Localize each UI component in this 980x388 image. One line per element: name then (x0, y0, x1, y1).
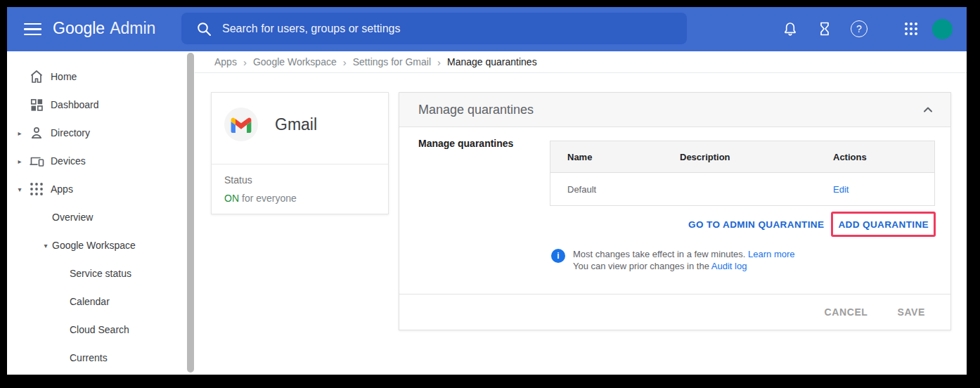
panel-title: Manage quarantines (418, 103, 920, 117)
gmail-service-card[interactable]: Gmail Status ONfor everyone (211, 92, 389, 214)
sidebar-item-currents[interactable]: Currents (7, 344, 187, 372)
breadcrumb: Apps › Google Workspace › Settings for G… (195, 51, 967, 73)
search-bar[interactable] (181, 13, 687, 44)
chevron-right-icon: › (243, 56, 247, 68)
help-glyph: ? (856, 23, 862, 34)
status-value: ONfor everyone (224, 193, 297, 204)
breadcrumb-google-workspace[interactable]: Google Workspace (253, 56, 337, 67)
table-header-row: Name Description Actions (550, 141, 934, 173)
edit-link[interactable]: Edit (833, 184, 849, 195)
menu-hamburger-icon[interactable] (24, 20, 41, 38)
apps-grid-icon[interactable] (903, 20, 920, 37)
status-on-badge: ON (224, 193, 239, 204)
sidebar-item-label: Google Workspace (52, 240, 136, 251)
apps-grid-icon (28, 181, 45, 198)
panel-footer: CANCEL SAVE (399, 294, 950, 330)
tasks-hourglass-icon[interactable] (816, 20, 833, 37)
sidebar-item-label: Apps (51, 183, 73, 195)
chevron-right-icon[interactable]: ▸ (15, 129, 24, 137)
sidebar-item-label: Devices (51, 155, 86, 167)
service-title: Gmail (275, 115, 317, 134)
info-line2: You can view prior changes in the (573, 261, 709, 271)
chevron-up-icon[interactable] (920, 101, 936, 118)
account-avatar[interactable] (932, 19, 953, 39)
person-icon (28, 124, 45, 141)
panel-header[interactable]: Manage quarantines (399, 93, 950, 127)
info-note: i Most changes take effect in a few minu… (551, 248, 795, 272)
go-to-admin-quarantine-button[interactable]: GO TO ADMIN QUARANTINE (688, 219, 824, 230)
status-scope: for everyone (242, 193, 297, 204)
sidebar-item-apps[interactable]: ▾ Apps (7, 175, 187, 203)
status-label: Status (224, 174, 252, 186)
sidebar-item-label: Service status (70, 268, 131, 279)
chevron-down-icon[interactable]: ▾ (15, 186, 24, 193)
sidebar-item-devices[interactable]: ▸ Devices (7, 147, 187, 175)
quarantine-name: Default (550, 184, 663, 195)
app-logo: GoogleAdmin (53, 19, 155, 38)
info-text: Most changes take effect in a few minute… (573, 248, 795, 272)
sidebar-item-cloud-search[interactable]: Cloud Search (7, 316, 187, 344)
section-label: Manage quarantines (418, 138, 513, 149)
save-button[interactable]: SAVE (898, 306, 926, 318)
learn-more-link[interactable]: Learn more (748, 249, 794, 259)
sidebar-item-home[interactable]: Home (7, 63, 187, 91)
column-header-name: Name (550, 152, 663, 162)
chevron-right-icon[interactable]: ▸ (15, 157, 24, 165)
quarantines-table: Name Description Actions Default Edit (550, 141, 935, 206)
dashboard-icon (28, 96, 45, 113)
sidebar-item-label: Calendar (70, 296, 110, 307)
sidebar-item-dashboard[interactable]: Dashboard (7, 91, 187, 119)
chevron-down-icon[interactable]: ▾ (41, 242, 50, 250)
sidebar-item-label: Currents (70, 352, 108, 363)
home-icon (28, 68, 45, 85)
topbar: GoogleAdmin ? (7, 7, 967, 51)
info-line1: Most changes take effect in a few minute… (573, 249, 745, 259)
breadcrumb-current: Manage quarantines (447, 56, 537, 67)
sidebar-item-calendar[interactable]: Calendar (7, 287, 187, 316)
chevron-right-icon: › (437, 56, 441, 68)
sidebar-item-label: Dashboard (51, 99, 99, 110)
sidebar-item-service-status[interactable]: Service status (7, 259, 187, 287)
audit-log-link[interactable]: Audit log (711, 261, 747, 271)
scrollbar-thumb[interactable] (187, 53, 194, 373)
help-icon[interactable]: ? (851, 20, 868, 37)
sidebar-item-label: Directory (51, 127, 90, 138)
table-row: Default Edit (550, 173, 934, 205)
sidebar-item-label: Cloud Search (70, 324, 129, 335)
search-icon (195, 20, 212, 37)
sidebar-item-label: Home (51, 71, 77, 82)
cancel-button[interactable]: CANCEL (825, 306, 868, 318)
sidebar-nav: Home Dashboard ▸ Directory ▸ Devices (7, 51, 187, 375)
breadcrumb-settings-for-gmail[interactable]: Settings for Gmail (353, 56, 431, 67)
sidebar-item-google-workspace[interactable]: ▾ Google Workspace (7, 231, 187, 259)
breadcrumb-apps[interactable]: Apps (214, 56, 237, 67)
chevron-right-icon: › (343, 56, 347, 68)
admin-console-window: GoogleAdmin ? Home (7, 7, 967, 375)
column-header-actions: Actions (816, 152, 936, 162)
quarantine-actions: GO TO ADMIN QUARANTINE ADD QUARANTINE (688, 212, 936, 237)
add-quarantine-button[interactable]: ADD QUARANTINE (838, 219, 929, 230)
info-icon: i (551, 249, 565, 263)
sidebar-item-directory[interactable]: ▸ Directory (7, 119, 187, 147)
gmail-logo-icon (224, 108, 258, 141)
notifications-bell-icon[interactable] (782, 20, 799, 37)
search-input[interactable] (222, 22, 687, 35)
column-header-description: Description (663, 152, 816, 162)
logo-admin-text: Admin (110, 19, 155, 37)
devices-icon (28, 153, 45, 169)
logo-google-text: Google (53, 19, 105, 37)
sidebar-scrollbar (187, 51, 194, 375)
sidebar-item-overview[interactable]: Overview (7, 203, 187, 231)
panel-body: Manage quarantines Name Description Acti… (399, 127, 950, 294)
manage-quarantines-panel: Manage quarantines Manage quarantines Na… (399, 92, 951, 330)
card-divider (212, 164, 388, 164)
info-glyph: i (557, 251, 559, 261)
add-quarantine-highlight: ADD QUARANTINE (831, 212, 936, 237)
sidebar-item-label: Overview (52, 212, 93, 223)
